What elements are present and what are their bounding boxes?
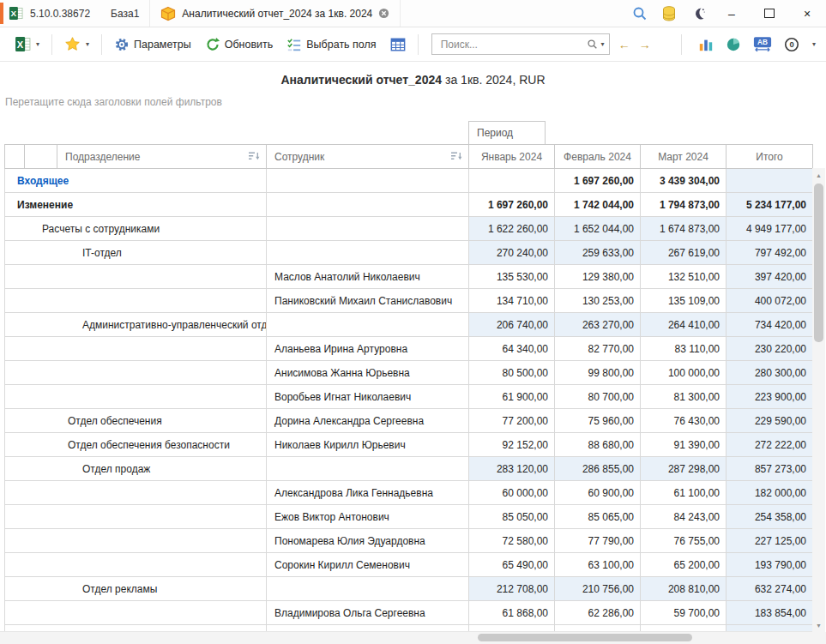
table-row[interactable]: Административно-управленческий отдел206 … xyxy=(5,313,813,337)
night-mode-icon[interactable] xyxy=(684,0,713,27)
table-row[interactable]: Входящее1 697 260,003 439 304,00 xyxy=(5,169,813,193)
table-row[interactable]: Ежов Виктор Антонович85 050,0085 065,008… xyxy=(5,505,813,529)
table-row[interactable]: Отдел продаж283 120,00286 855,00287 298,… xyxy=(5,457,813,481)
employee-cell[interactable] xyxy=(267,217,469,241)
department-cell[interactable]: Отдел рекламы xyxy=(5,577,267,601)
employee-cell[interactable]: Аланьева Ирина Артуровна xyxy=(267,337,469,361)
value-cell[interactable]: 135 530,00 xyxy=(469,265,555,289)
value-cell[interactable]: 206 740,00 xyxy=(469,313,555,337)
toolbar-overflow-caret[interactable]: ▾ xyxy=(812,40,816,48)
value-cell[interactable]: 77 200,00 xyxy=(469,409,555,433)
column-header-month[interactable]: Март 2024 xyxy=(641,145,727,169)
value-cell[interactable]: 83 110,00 xyxy=(641,337,727,361)
department-cell[interactable] xyxy=(5,481,267,505)
total-cell[interactable]: 734 420,00 xyxy=(727,313,813,337)
value-cell[interactable]: 80 700,00 xyxy=(555,385,641,409)
value-cell[interactable]: 1 674 873,00 xyxy=(641,217,727,241)
zero-values-icon[interactable]: 0 xyxy=(784,37,799,52)
vertical-scrollbar[interactable]: ▲ ▼ xyxy=(812,168,825,632)
value-cell[interactable]: 1 697 260,00 xyxy=(555,169,641,193)
find-next-icon[interactable]: → xyxy=(636,39,654,51)
value-cell[interactable]: 77 790,00 xyxy=(555,529,641,553)
total-cell[interactable]: 280 300,00 xyxy=(727,361,813,385)
employee-cell[interactable]: Маслов Анатолий Николаевич xyxy=(267,265,469,289)
total-cell[interactable]: 797 492,00 xyxy=(727,241,813,265)
pie-chart-icon[interactable] xyxy=(726,37,741,52)
employee-cell[interactable]: Анисимова Жанна Юрьевна xyxy=(267,361,469,385)
value-cell[interactable]: 210 756,00 xyxy=(555,577,641,601)
value-cell[interactable]: 91 390,00 xyxy=(641,433,727,457)
value-cell[interactable]: 1 652 044,00 xyxy=(555,217,641,241)
total-cell[interactable]: 272 222,00 xyxy=(727,433,813,457)
value-cell[interactable]: 76 430,00 xyxy=(641,409,727,433)
value-cell[interactable]: 85 050,00 xyxy=(469,505,555,529)
total-cell[interactable]: 183 854,00 xyxy=(727,601,813,625)
value-cell[interactable]: 263 270,00 xyxy=(555,313,641,337)
total-cell[interactable]: 857 273,00 xyxy=(727,457,813,481)
value-cell[interactable]: 60 900,00 xyxy=(555,481,641,505)
global-search-icon[interactable] xyxy=(625,0,654,27)
base-tab[interactable]: База1 xyxy=(100,0,149,27)
table-row[interactable]: Воробьев Игнат Николаевич61 900,0080 700… xyxy=(5,385,813,409)
table-row[interactable]: Расчеты с сотрудниками1 622 260,001 652 … xyxy=(5,217,813,241)
employee-cell[interactable]: Пономарева Юлия Эдуардовна xyxy=(267,529,469,553)
value-cell[interactable]: 61 100,00 xyxy=(641,481,727,505)
value-cell[interactable]: 134 710,00 xyxy=(469,289,555,313)
value-cell[interactable]: 59 700,00 xyxy=(641,601,727,625)
value-cell[interactable]: 286 855,00 xyxy=(555,457,641,481)
bar-chart-icon[interactable] xyxy=(698,37,714,52)
excel-export-button[interactable]: X ▾ xyxy=(9,33,45,55)
value-cell[interactable]: 85 065,00 xyxy=(555,505,641,529)
total-cell[interactable]: 397 420,00 xyxy=(727,265,813,289)
employee-cell[interactable]: Паниковский Михаил Станиславович xyxy=(267,289,469,313)
value-cell[interactable]: 60 000,00 xyxy=(469,481,555,505)
value-cell[interactable]: 267 619,00 xyxy=(641,241,727,265)
scroll-up-icon[interactable]: ▲ xyxy=(812,168,825,182)
value-cell[interactable]: 270 240,00 xyxy=(469,241,555,265)
table-row[interactable]: Сорокин Кирилл Семенович65 490,0063 100,… xyxy=(5,553,813,577)
value-cell[interactable]: 130 253,00 xyxy=(555,289,641,313)
table-row[interactable]: Изменение1 697 260,001 742 044,001 794 8… xyxy=(5,193,813,217)
value-cell[interactable]: 259 633,00 xyxy=(555,241,641,265)
total-cell[interactable]: 4 949 177,00 xyxy=(727,217,813,241)
total-cell[interactable]: 5 234 177,00 xyxy=(727,193,813,217)
department-cell[interactable]: Расчеты с сотрудниками xyxy=(5,217,267,241)
minimize-button[interactable]: – xyxy=(713,0,751,27)
table-row[interactable]: Отдел рекламы212 708,00210 756,00208 810… xyxy=(5,577,813,601)
value-cell[interactable]: 76 755,00 xyxy=(641,529,727,553)
employee-cell[interactable]: Сорокин Кирилл Семенович xyxy=(267,553,469,577)
total-cell[interactable]: 229 590,00 xyxy=(727,409,813,433)
value-cell[interactable]: 62 286,00 xyxy=(555,601,641,625)
department-cell[interactable] xyxy=(5,505,267,529)
total-cell[interactable]: 193 790,00 xyxy=(727,553,813,577)
search-input[interactable] xyxy=(439,38,584,51)
value-cell[interactable]: 1 742 044,00 xyxy=(555,193,641,217)
total-cell[interactable]: 223 900,00 xyxy=(727,385,813,409)
column-header-department[interactable]: Подразделение xyxy=(57,145,267,169)
parameters-button[interactable]: Параметры xyxy=(108,34,197,55)
column-header-employee[interactable]: Сотрудник xyxy=(267,145,469,169)
value-cell[interactable]: 99 800,00 xyxy=(555,361,641,385)
value-cell[interactable]: 100 000,00 xyxy=(641,361,727,385)
department-cell[interactable] xyxy=(5,601,267,625)
table-row[interactable]: Пономарева Юлия Эдуардовна72 580,0077 79… xyxy=(5,529,813,553)
department-cell[interactable]: Входящее xyxy=(5,169,267,193)
employee-cell[interactable] xyxy=(267,313,469,337)
employee-cell[interactable] xyxy=(267,577,469,601)
table-row[interactable]: Аланьева Ирина Артуровна64 340,0082 770,… xyxy=(5,337,813,361)
value-cell[interactable]: 132 510,00 xyxy=(641,265,727,289)
horizontal-scroll-thumb[interactable] xyxy=(478,634,692,641)
close-button[interactable]: × xyxy=(788,0,826,27)
value-cell[interactable]: 75 960,00 xyxy=(555,409,641,433)
total-cell[interactable]: 632 274,00 xyxy=(727,577,813,601)
search-icon[interactable] xyxy=(587,39,598,50)
find-previous-icon[interactable]: ← xyxy=(615,39,634,51)
value-cell[interactable]: 1 697 260,00 xyxy=(469,193,555,217)
column-header-total[interactable]: Итого xyxy=(727,145,813,169)
value-cell[interactable]: 65 490,00 xyxy=(469,553,555,577)
employee-cell[interactable]: Воробьев Игнат Николаевич xyxy=(267,385,469,409)
value-cell[interactable]: 61 900,00 xyxy=(469,385,555,409)
total-cell[interactable]: 254 358,00 xyxy=(727,505,813,529)
scroll-down-icon[interactable]: ▼ xyxy=(812,618,825,632)
table-row[interactable]: Маслов Анатолий Николаевич135 530,00129 … xyxy=(5,265,813,289)
